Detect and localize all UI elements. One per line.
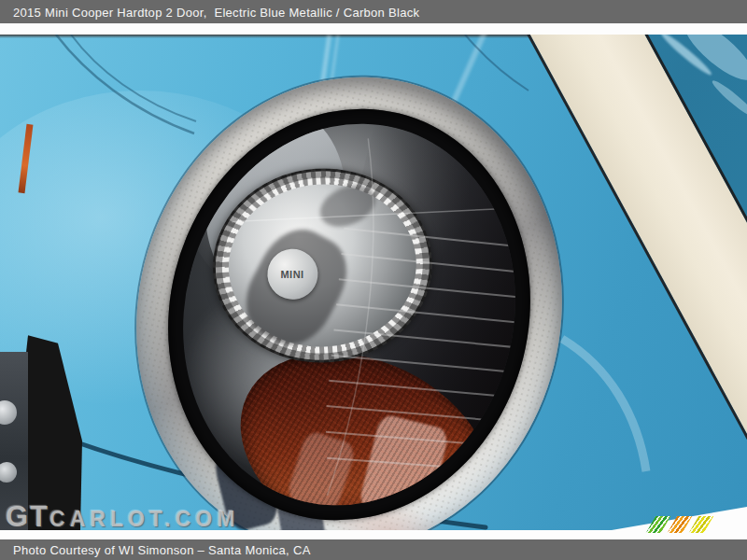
logo-stripe-orange [668,516,692,533]
page: 2015 Mini Cooper Hardtop 2 Door, Electri… [0,0,747,560]
photo-credit: Photo Courtesy of WI Simonson – Santa Mo… [13,543,311,557]
watermark-carlot: CARLOT.COM [49,507,239,532]
gtcarlot-logo-icon [651,516,709,533]
bottom-caption-bar: Photo Courtesy of WI Simonson – Santa Mo… [0,539,747,560]
gtcarlot-watermark: GTCARLOT.COM [6,500,239,534]
wheel-hub-reflection [0,400,17,425]
wheel-hub-reflection [0,462,17,483]
vehicle-title: 2015 Mini Cooper Hardtop 2 Door, Electri… [13,6,419,20]
top-caption-bar: 2015 Mini Cooper Hardtop 2 Door, Electri… [0,0,747,23]
watermark-gt: GT [6,500,49,534]
top-gap [0,23,747,35]
headlight-photo: MINI [0,35,747,530]
